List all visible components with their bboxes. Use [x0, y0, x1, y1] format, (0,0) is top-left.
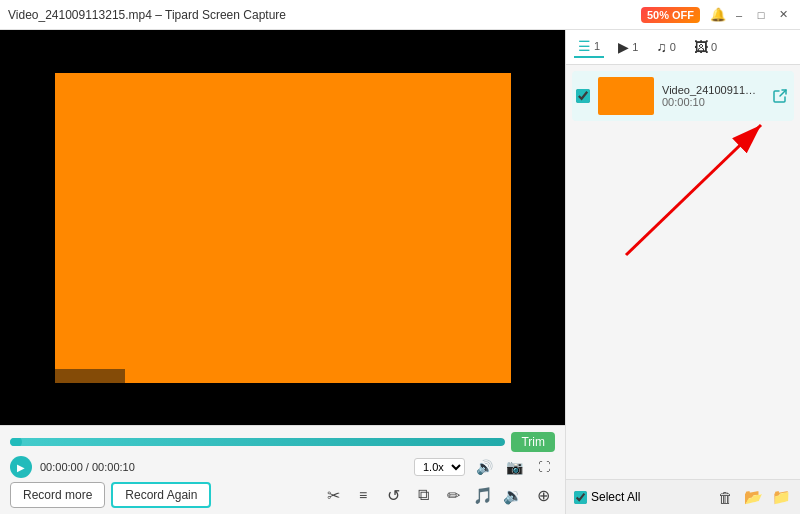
controls-area: Trim ▶ 00:00:00 / 00:00:10 1.0x 0.5x 1.5…: [0, 425, 565, 514]
minimize-button[interactable]: –: [730, 6, 748, 24]
bottom-row: Record more Record Again ✂ ≡ ↺ ⧉ ✏ 🎵 🔉 ⊕: [10, 482, 555, 508]
playback-row: ▶ 00:00:00 / 00:00:10 1.0x 0.5x 1.5x 2.0…: [10, 456, 555, 478]
video-tab-icon: ▶: [618, 39, 629, 55]
rotate-icon[interactable]: ↺: [381, 483, 405, 507]
select-all-row: Select All: [574, 490, 640, 504]
more-icon[interactable]: ⊕: [531, 483, 555, 507]
speed-select[interactable]: 1.0x 0.5x 1.5x 2.0x: [414, 458, 465, 476]
copy-icon[interactable]: ⧉: [411, 483, 435, 507]
folder-icon[interactable]: 📁: [770, 486, 792, 508]
video-tab-count: 1: [632, 41, 638, 53]
file-list: Video_241009113215.mp4 00:00:10: [566, 65, 800, 479]
image-tab-count: 0: [711, 41, 717, 53]
left-panel: Trim ▶ 00:00:00 / 00:00:10 1.0x 0.5x 1.5…: [0, 30, 565, 514]
progress-thumb: [10, 438, 22, 446]
tool-icons: ✂ ≡ ↺ ⧉ ✏ 🎵 🔉 ⊕: [321, 483, 555, 507]
cut-icon[interactable]: ✂: [321, 483, 345, 507]
file-name: Video_241009113215.mp4: [662, 84, 762, 96]
fullscreen-icon[interactable]: ⛶: [533, 456, 555, 478]
play-button[interactable]: ▶: [10, 456, 32, 478]
record-again-button[interactable]: Record Again: [111, 482, 211, 508]
select-all-checkbox[interactable]: [574, 491, 587, 504]
folder-open-icon[interactable]: 📂: [742, 486, 764, 508]
image-tab-icon: 🖼: [694, 39, 708, 55]
progress-bar[interactable]: [10, 438, 505, 446]
volume-icon[interactable]: 🔊: [473, 456, 495, 478]
maximize-button[interactable]: □: [752, 6, 770, 24]
list-tab-icon: ☰: [578, 38, 591, 54]
camera-icon[interactable]: 📷: [503, 456, 525, 478]
file-item: Video_241009113215.mp4 00:00:10: [572, 71, 794, 121]
tab-image[interactable]: 🖼 0: [690, 37, 721, 57]
audio-edit-icon[interactable]: 🎵: [471, 483, 495, 507]
record-more-button[interactable]: Record more: [10, 482, 105, 508]
right-action-icons: 🗑 📂 📁: [714, 486, 792, 508]
select-all-label: Select All: [591, 490, 640, 504]
list-tab-count: 1: [594, 40, 600, 52]
tab-audio[interactable]: ♫ 0: [652, 37, 680, 57]
promo-badge[interactable]: 50% OFF: [641, 7, 700, 23]
video-area: [0, 30, 565, 425]
progress-row: Trim: [10, 432, 555, 452]
file-export-button[interactable]: [770, 86, 790, 106]
delete-icon[interactable]: 🗑: [714, 486, 736, 508]
time-display: 00:00:00 / 00:00:10: [40, 461, 135, 473]
audio-tab-count: 0: [670, 41, 676, 53]
audio-tab-icon: ♫: [656, 39, 667, 55]
tab-list[interactable]: ☰ 1: [574, 36, 604, 58]
file-checkbox[interactable]: [576, 89, 590, 103]
title-bar-right: 50% OFF 🔔 – □ ✕: [641, 6, 792, 24]
video-frame-bottom: [55, 369, 125, 383]
title-bar: Video_241009113215.mp4 – Tipard Screen C…: [0, 0, 800, 30]
edit-icon[interactable]: ✏: [441, 483, 465, 507]
right-panel: ☰ 1 ▶ 1 ♫ 0 🖼 0 Video_241009113215: [565, 30, 800, 514]
app-title: Video_241009113215.mp4 – Tipard Screen C…: [8, 8, 286, 22]
right-bottom: Select All 🗑 📂 📁: [566, 479, 800, 514]
close-button[interactable]: ✕: [774, 6, 792, 24]
sound-icon[interactable]: 🔉: [501, 483, 525, 507]
bell-icon[interactable]: 🔔: [710, 7, 726, 22]
title-bar-left: Video_241009113215.mp4 – Tipard Screen C…: [8, 8, 286, 22]
video-frame: [55, 73, 511, 383]
trim-button[interactable]: Trim: [511, 432, 555, 452]
progress-fill: [10, 438, 505, 446]
file-info: Video_241009113215.mp4 00:00:10: [662, 84, 762, 108]
file-duration: 00:00:10: [662, 96, 762, 108]
right-tabs: ☰ 1 ▶ 1 ♫ 0 🖼 0: [566, 30, 800, 65]
file-thumbnail: [598, 77, 654, 115]
tab-video[interactable]: ▶ 1: [614, 37, 642, 57]
main-container: Trim ▶ 00:00:00 / 00:00:10 1.0x 0.5x 1.5…: [0, 30, 800, 514]
equalizer-icon[interactable]: ≡: [351, 483, 375, 507]
